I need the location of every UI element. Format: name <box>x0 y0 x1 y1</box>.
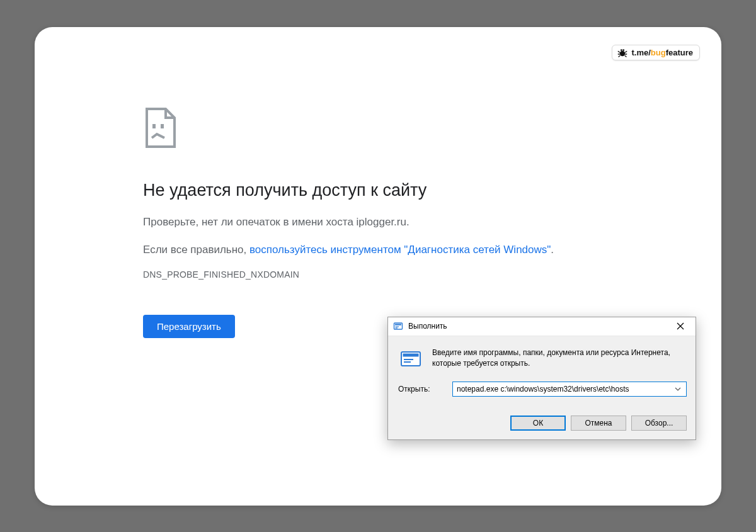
content-card: t.me/bugfeature Не удается получить дост… <box>35 27 721 506</box>
run-titlebar[interactable]: Выполнить <box>388 317 696 336</box>
svg-point-1 <box>621 49 622 51</box>
error-hostname-hint: Проверьте, нет ли опечаток в имени хоста… <box>143 214 647 230</box>
svg-line-7 <box>619 55 620 57</box>
cancel-button[interactable]: Отмена <box>571 416 626 431</box>
browse-button[interactable]: Обзор... <box>631 416 687 431</box>
windows-diagnostics-link[interactable]: воспользуйтесь инструментом "Диагностика… <box>249 244 551 256</box>
sad-document-icon <box>143 108 647 150</box>
run-app-icon <box>398 348 423 370</box>
error-line2-suffix: . <box>551 244 554 256</box>
channel-badge[interactable]: t.me/bugfeature <box>612 45 700 60</box>
run-dialog: Выполнить Введите имя програм <box>387 317 696 440</box>
run-dialog-title: Выполнить <box>408 322 447 331</box>
reload-button[interactable]: Перезагрузить <box>143 315 235 338</box>
bug-icon <box>617 48 627 58</box>
run-command-input[interactable] <box>457 385 672 393</box>
svg-line-8 <box>625 55 626 57</box>
badge-text: t.me/bugfeature <box>631 48 693 57</box>
svg-line-3 <box>619 51 620 52</box>
run-description: Введите имя программы, папки, документа … <box>432 348 687 370</box>
run-open-label: Открыть: <box>398 385 444 393</box>
error-code: DNS_PROBE_FINISHED_NXDOMAIN <box>143 269 647 280</box>
svg-rect-12 <box>395 324 401 325</box>
svg-rect-10 <box>161 124 164 128</box>
svg-point-0 <box>620 50 625 55</box>
svg-rect-18 <box>403 353 419 356</box>
svg-line-4 <box>626 51 627 52</box>
error-title: Не удается получить доступ к сайту <box>143 181 647 200</box>
close-icon <box>677 322 684 330</box>
error-line2-prefix: Если все правильно, <box>143 244 249 256</box>
error-diagnostic-line: Если все правильно, воспользуйтесь инстр… <box>143 242 647 258</box>
run-command-combobox[interactable] <box>452 382 687 397</box>
svg-rect-9 <box>152 124 156 128</box>
close-button[interactable] <box>668 317 693 335</box>
chrome-error-page: Не удается получить доступ к сайту Прове… <box>143 108 647 339</box>
chevron-down-icon[interactable] <box>672 385 684 392</box>
ok-button[interactable]: ОК <box>510 416 566 431</box>
svg-point-2 <box>623 49 625 51</box>
run-titlebar-icon <box>393 321 403 331</box>
